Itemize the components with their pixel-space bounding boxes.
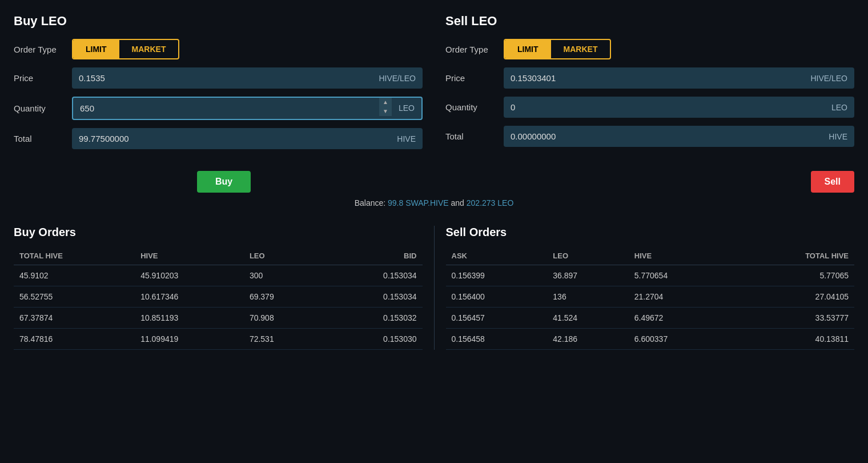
sell-row-total-hive: 40.13811	[730, 329, 854, 350]
sell-row-hive: 6.600337	[629, 329, 730, 350]
buy-row-leo: 70.908	[244, 308, 323, 329]
buy-row-leo: 300	[244, 265, 323, 286]
sell-order-type-label: Order Type	[445, 45, 497, 54]
buy-orders-panel: Buy Orders TOTAL HIVE HIVE LEO BID 45.91…	[14, 226, 423, 350]
sell-orders-table: ASK LEO HIVE TOTAL HIVE 0.156399 36.897 …	[446, 247, 855, 350]
sell-order-row[interactable]: 0.156457 41.524 6.49672 33.53777	[446, 308, 855, 329]
sell-row-leo: 41.524	[547, 308, 628, 329]
buy-col-bid: BID	[323, 247, 423, 265]
buy-quantity-down-button[interactable]: ▼	[379, 107, 392, 116]
buy-total-row: Total HIVE	[14, 128, 423, 149]
buy-order-row[interactable]: 45.9102 45.910203 300 0.153034	[14, 265, 423, 286]
sell-quantity-row: Quantity LEO	[445, 97, 854, 118]
buy-row-bid: 0.153032	[323, 308, 423, 329]
buy-order-type-label: Order Type	[14, 45, 65, 54]
buy-quantity-label: Quantity	[14, 103, 65, 113]
sell-price-label: Price	[445, 73, 497, 83]
buy-col-leo: LEO	[244, 247, 323, 265]
buy-price-input[interactable]	[72, 67, 372, 89]
sell-row-ask: 0.156458	[446, 329, 548, 350]
orders-divider	[434, 226, 435, 350]
sell-row-ask: 0.156399	[446, 265, 548, 286]
buy-row-total-hive: 56.52755	[14, 286, 135, 308]
sell-row-ask: 0.156400	[446, 286, 548, 308]
sell-panel: Sell LEO Order Type LIMIT MARKET Price H…	[445, 14, 854, 157]
balance-leo: 202.273 LEO	[467, 198, 514, 207]
sell-row-leo: 42.186	[547, 329, 628, 350]
orders-section: Buy Orders TOTAL HIVE HIVE LEO BID 45.91…	[14, 226, 854, 350]
buy-market-button[interactable]: MARKET	[119, 40, 179, 58]
buy-orders-title: Buy Orders	[14, 226, 423, 239]
buy-order-row[interactable]: 56.52755 10.617346 69.379 0.153034	[14, 286, 423, 308]
buy-col-total-hive: TOTAL HIVE	[14, 247, 135, 265]
buy-row-hive: 11.099419	[135, 329, 244, 350]
sell-total-row: Total HIVE	[445, 126, 854, 147]
sell-total-input[interactable]	[504, 126, 822, 147]
sell-total-label: Total	[445, 131, 497, 141]
sell-row-total-hive: 27.04105	[730, 286, 854, 308]
sell-row-hive: 21.2704	[629, 286, 730, 308]
buy-row-hive: 10.617346	[135, 286, 244, 308]
buy-row-leo: 72.531	[244, 329, 323, 350]
sell-limit-button[interactable]: LIMIT	[505, 40, 551, 58]
buy-button[interactable]: Buy	[197, 171, 251, 193]
sell-order-row[interactable]: 0.156400 136 21.2704 27.04105	[446, 286, 855, 308]
buy-quantity-input[interactable]	[73, 98, 379, 119]
buy-panel: Buy LEO Order Type LIMIT MARKET Price HI…	[14, 14, 423, 157]
sell-price-unit: HIVE/LEO	[803, 68, 854, 89]
sell-row-leo: 136	[547, 286, 628, 308]
buy-col-hive: HIVE	[135, 247, 244, 265]
buy-row-total-hive: 45.9102	[14, 265, 135, 286]
sell-quantity-label: Quantity	[445, 102, 497, 112]
sell-total-input-wrapper: HIVE	[504, 126, 854, 147]
buy-orders-table: TOTAL HIVE HIVE LEO BID 45.9102 45.91020…	[14, 247, 423, 350]
sell-orders-panel: Sell Orders ASK LEO HIVE TOTAL HIVE 0.15…	[446, 226, 855, 350]
buy-quantity-spinner: ▲ ▼	[379, 98, 392, 116]
sell-orders-title: Sell Orders	[446, 226, 855, 239]
buy-total-unit: HIVE	[390, 129, 423, 149]
sell-order-type-group: LIMIT MARKET	[504, 39, 611, 59]
buy-row-leo: 69.379	[244, 286, 323, 308]
sell-price-input-wrapper: HIVE/LEO	[504, 67, 854, 89]
buy-quantity-unit: LEO	[392, 98, 421, 119]
buy-total-input-wrapper: HIVE	[72, 128, 423, 149]
sell-total-unit: HIVE	[822, 126, 854, 147]
buy-order-type-row: Order Type LIMIT MARKET	[14, 39, 423, 59]
buy-row-total-hive: 67.37874	[14, 308, 135, 329]
buy-row-hive: 10.851193	[135, 308, 244, 329]
buy-quantity-up-button[interactable]: ▲	[379, 98, 392, 107]
balance-row: Balance: 99.8 SWAP.HIVE and 202.273 LEO	[14, 198, 854, 207]
sell-quantity-unit: LEO	[825, 97, 854, 118]
sell-price-row: Price HIVE/LEO	[445, 67, 854, 89]
buy-panel-title: Buy LEO	[14, 14, 423, 29]
buy-quantity-row: Quantity ▲ ▼ LEO	[14, 97, 423, 120]
buy-price-label: Price	[14, 73, 65, 83]
sell-row-total-hive: 5.77065	[730, 265, 854, 286]
buy-total-input[interactable]	[72, 128, 390, 149]
buy-price-row: Price HIVE/LEO	[14, 67, 423, 89]
buy-order-row[interactable]: 78.47816 11.099419 72.531 0.153030	[14, 329, 423, 350]
sell-col-hive: HIVE	[629, 247, 730, 265]
buy-row-total-hive: 78.47816	[14, 329, 135, 350]
sell-quantity-input-wrapper: LEO	[504, 97, 854, 118]
balance-prefix: Balance:	[355, 198, 388, 207]
buy-price-input-wrapper: HIVE/LEO	[72, 67, 423, 89]
sell-quantity-input[interactable]	[504, 97, 825, 118]
sell-order-row[interactable]: 0.156458 42.186 6.600337 40.13811	[446, 329, 855, 350]
sell-button[interactable]: Sell	[811, 171, 854, 193]
buy-order-row[interactable]: 67.37874 10.851193 70.908 0.153032	[14, 308, 423, 329]
sell-col-ask: ASK	[446, 247, 548, 265]
buy-total-label: Total	[14, 134, 65, 143]
sell-row-ask: 0.156457	[446, 308, 548, 329]
sell-row-total-hive: 33.53777	[730, 308, 854, 329]
sell-order-row[interactable]: 0.156399 36.897 5.770654 5.77065	[446, 265, 855, 286]
sell-price-input[interactable]	[504, 67, 803, 89]
buy-quantity-input-wrapper: ▲ ▼ LEO	[72, 97, 423, 120]
sell-order-type-row: Order Type LIMIT MARKET	[445, 39, 854, 59]
balance-and: and	[449, 198, 467, 207]
buy-limit-button[interactable]: LIMIT	[73, 40, 119, 58]
buy-row-bid: 0.153034	[323, 286, 423, 308]
sell-market-button[interactable]: MARKET	[551, 40, 610, 58]
buy-row-hive: 45.910203	[135, 265, 244, 286]
sell-col-leo: LEO	[547, 247, 628, 265]
